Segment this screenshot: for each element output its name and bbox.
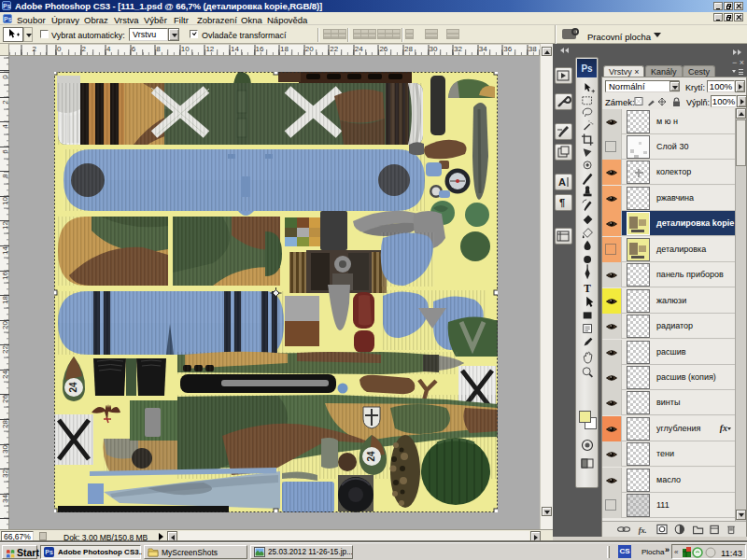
svg-text:fx.: fx. xyxy=(639,526,647,535)
svg-text:T: T xyxy=(584,283,591,294)
svg-text:24: 24 xyxy=(366,451,376,462)
svg-text:A: A xyxy=(558,176,566,188)
svg-text:¶: ¶ xyxy=(559,197,565,208)
svg-text:24: 24 xyxy=(68,382,78,393)
